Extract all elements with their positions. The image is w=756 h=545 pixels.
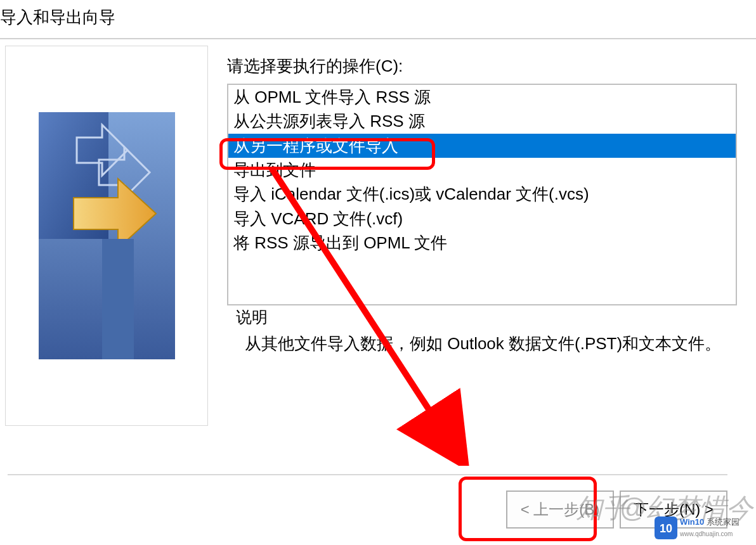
list-item[interactable]: 导入 iCalendar 文件(.ics)或 vCalendar 文件(.vcs… bbox=[228, 182, 736, 206]
window-title: 导入和导出向导 bbox=[0, 0, 756, 39]
wizard-body: 请选择要执行的操作(C): 从 OPML 文件导入 RSS 源从公共源列表导入 … bbox=[0, 39, 756, 426]
svg-rect-2 bbox=[102, 239, 134, 359]
back-button: < 上一步(B) bbox=[506, 490, 614, 529]
wizard-graphic-panel bbox=[5, 46, 208, 426]
svg-text:www.qdhuajin.com: www.qdhuajin.com bbox=[679, 530, 733, 537]
list-item[interactable]: 导出到文件 bbox=[228, 158, 736, 182]
list-item[interactable]: 导入 VCARD 文件(.vcf) bbox=[228, 207, 736, 231]
action-listbox[interactable]: 从 OPML 文件导入 RSS 源从公共源列表导入 RSS 源从另一程序或文件导… bbox=[227, 84, 737, 305]
wizard-content: 请选择要执行的操作(C): 从 OPML 文件导入 RSS 源从公共源列表导入 … bbox=[208, 46, 756, 426]
wizard-buttons: < 上一步(B) 下一步(N) > bbox=[506, 490, 727, 529]
import-export-icon bbox=[39, 112, 175, 359]
description-group: 说明 从其他文件导入数据，例如 Outlook 数据文件(.PST)和文本文件。 bbox=[227, 307, 737, 356]
description-text: 从其他文件导入数据，例如 Outlook 数据文件(.PST)和文本文件。 bbox=[227, 331, 737, 356]
list-item[interactable]: 将 RSS 源导出到 OPML 文件 bbox=[228, 231, 736, 255]
action-prompt: 请选择要执行的操作(C): bbox=[227, 55, 737, 77]
horizontal-separator bbox=[8, 474, 727, 475]
list-item[interactable]: 从公共源列表导入 RSS 源 bbox=[228, 109, 736, 133]
next-button[interactable]: 下一步(N) > bbox=[620, 490, 727, 529]
description-label: 说明 bbox=[227, 307, 737, 328]
list-item[interactable]: 从 OPML 文件导入 RSS 源 bbox=[228, 85, 736, 109]
list-item[interactable]: 从另一程序或文件导入 bbox=[228, 134, 736, 158]
